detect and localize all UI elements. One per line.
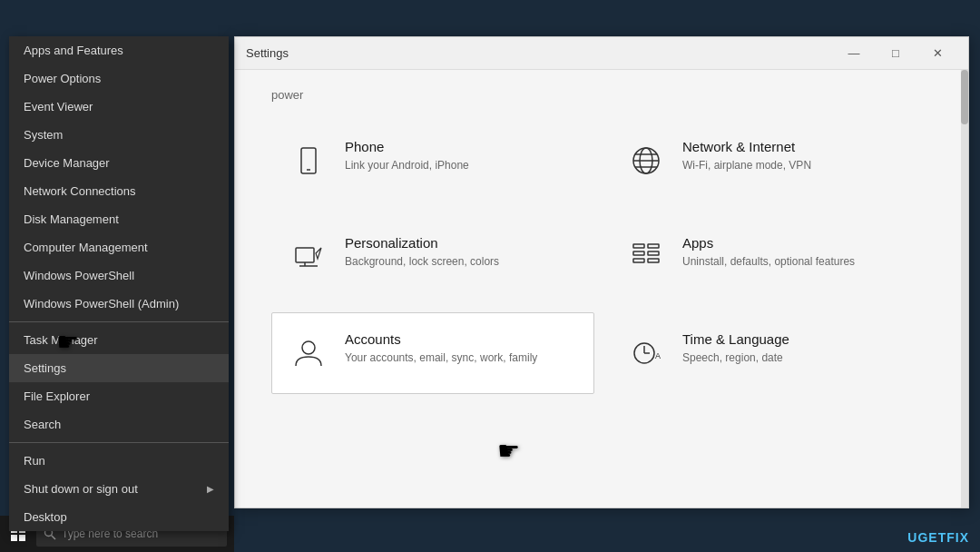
settings-item-desc: Your accounts, email, sync, work, family <box>345 350 537 366</box>
settings-item-title: Phone <box>345 139 469 154</box>
settings-item-text: Personalization Background, lock screen,… <box>345 235 499 270</box>
settings-item-desc: Link your Android, iPhone <box>345 158 469 173</box>
menu-item-label: Settings <box>24 361 66 375</box>
time-icon: A <box>624 331 668 375</box>
accounts-icon <box>287 331 330 375</box>
apps-icon <box>624 235 668 279</box>
settings-item-text: Time & Language Speech, region, date <box>682 331 789 366</box>
svg-text:A: A <box>655 351 661 360</box>
scrollbar-thumb[interactable] <box>961 70 968 124</box>
svg-rect-15 <box>648 259 659 262</box>
menu-item-label: System <box>24 128 63 142</box>
settings-item-time-language[interactable]: A Time & Language Speech, region, date <box>609 312 932 394</box>
settings-item-title: Apps <box>682 235 855 251</box>
phone-icon <box>287 139 330 182</box>
network-icon <box>624 139 668 182</box>
settings-content: power Phone Link your Android, iPhone Ne… <box>235 70 968 508</box>
menu-item-task-manager[interactable]: Task Manager <box>9 326 229 354</box>
menu-item-label: Disk Management <box>24 212 119 226</box>
menu-item-label: Windows PowerShell (Admin) <box>24 297 179 310</box>
settings-item-desc: Speech, region, date <box>682 350 789 366</box>
menu-item-label: Apps and Features <box>24 44 123 57</box>
settings-item-title: Time & Language <box>682 331 789 347</box>
settings-top-text: power <box>271 88 932 102</box>
menu-item-system[interactable]: System <box>9 121 229 149</box>
watermark: UGETFIX <box>907 530 969 545</box>
menu-item-label: Network Connections <box>24 184 136 198</box>
menu-item-power-options[interactable]: Power Options <box>9 64 229 93</box>
menu-item-computer-management[interactable]: Computer Management <box>9 233 229 261</box>
svg-rect-11 <box>633 251 644 255</box>
menu-item-label: Windows PowerShell <box>24 269 134 282</box>
settings-item-personalization[interactable]: Personalization Background, lock screen,… <box>271 216 594 298</box>
svg-rect-24 <box>19 535 25 541</box>
window-controls: — □ ✕ <box>834 40 957 67</box>
svg-rect-7 <box>296 248 314 262</box>
svg-rect-23 <box>11 535 17 541</box>
menu-item-run[interactable]: Run <box>9 447 229 475</box>
menu-item-desktop[interactable]: Desktop <box>9 503 229 531</box>
menu-item-apps-features[interactable]: Apps and Features <box>9 36 229 64</box>
menu-item-windows-powershell-admin[interactable]: Windows PowerShell (Admin) <box>9 290 229 318</box>
menu-item-label: Device Manager <box>24 156 110 170</box>
settings-item-apps[interactable]: Apps Uninstall, defaults, optional featu… <box>609 216 932 298</box>
menu-item-settings[interactable]: Settings <box>9 354 229 382</box>
menu-item-label: Desktop <box>24 510 67 524</box>
menu-item-search[interactable]: Search <box>9 410 229 439</box>
svg-rect-10 <box>633 244 644 248</box>
settings-item-accounts[interactable]: Accounts Your accounts, email, sync, wor… <box>271 312 594 394</box>
settings-item-text: Accounts Your accounts, email, sync, wor… <box>345 331 537 366</box>
svg-rect-12 <box>633 259 644 262</box>
settings-item-text: Apps Uninstall, defaults, optional featu… <box>682 235 855 270</box>
personalization-icon <box>287 235 330 279</box>
menu-item-label: Run <box>24 454 45 468</box>
menu-item-label: Task Manager <box>24 333 98 347</box>
settings-window: Settings — □ ✕ power Phone Link your And… <box>234 36 969 508</box>
menu-item-label: Search <box>24 418 61 431</box>
settings-item-desc: Wi-Fi, airplane mode, VPN <box>682 158 811 173</box>
menu-item-label: Power Options <box>24 72 101 85</box>
menu-item-file-explorer[interactable]: File Explorer <box>9 382 229 410</box>
window-title: Settings <box>246 46 289 60</box>
menu-item-network-connections[interactable]: Network Connections <box>9 177 229 205</box>
menu-item-windows-powershell[interactable]: Windows PowerShell <box>9 261 229 290</box>
close-button[interactable]: ✕ <box>917 40 957 67</box>
menu-item-disk-management[interactable]: Disk Management <box>9 205 229 233</box>
menu-item-event-viewer[interactable]: Event Viewer <box>9 93 229 121</box>
settings-item-desc: Uninstall, defaults, optional features <box>682 254 855 270</box>
scrollbar-track[interactable] <box>961 70 968 508</box>
settings-item-desc: Background, lock screen, colors <box>345 254 499 270</box>
minimize-button[interactable]: — <box>834 40 874 67</box>
settings-item-text: Phone Link your Android, iPhone <box>345 139 469 173</box>
settings-item-title: Network & Internet <box>682 139 811 154</box>
menu-item-shut-down[interactable]: Shut down or sign out▶ <box>9 475 229 503</box>
svg-point-16 <box>302 341 315 354</box>
settings-item-network-internet[interactable]: Network & Internet Wi-Fi, airplane mode,… <box>609 120 932 202</box>
chevron-right-icon: ▶ <box>207 484 214 494</box>
settings-item-phone[interactable]: Phone Link your Android, iPhone <box>271 120 594 202</box>
maximize-button[interactable]: □ <box>876 40 916 67</box>
svg-line-26 <box>52 536 56 540</box>
settings-item-title: Accounts <box>345 331 537 347</box>
menu-item-label: Event Viewer <box>24 100 93 113</box>
context-menu: Apps and FeaturesPower OptionsEvent View… <box>9 36 229 531</box>
menu-item-label: Computer Management <box>24 241 148 254</box>
settings-item-text: Network & Internet Wi-Fi, airplane mode,… <box>682 139 811 173</box>
menu-item-label: File Explorer <box>24 389 90 403</box>
svg-rect-14 <box>648 251 659 255</box>
menu-item-device-manager[interactable]: Device Manager <box>9 149 229 177</box>
menu-item-label: Shut down or sign out <box>24 482 138 496</box>
settings-grid: Phone Link your Android, iPhone Network … <box>271 120 932 394</box>
settings-item-title: Personalization <box>345 235 499 251</box>
svg-rect-13 <box>648 244 659 248</box>
title-bar: Settings — □ ✕ <box>235 37 968 70</box>
